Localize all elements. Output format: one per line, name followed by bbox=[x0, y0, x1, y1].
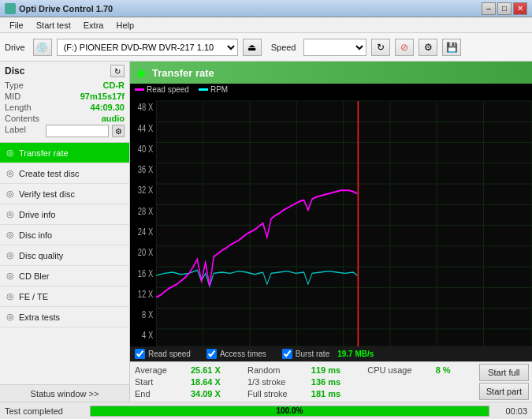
nav-drive-info-label: Drive info bbox=[19, 210, 55, 219]
nav-create-test-disc[interactable]: ◎ Create test disc bbox=[0, 163, 129, 184]
svg-text:4 X: 4 X bbox=[142, 330, 154, 341]
disc-length-key: Length bbox=[5, 103, 32, 112]
speed-select[interactable] bbox=[303, 39, 366, 56]
nav-transfer-rate[interactable]: ◎ Transfer rate bbox=[0, 143, 129, 163]
disc-section-title: Disc bbox=[5, 65, 24, 77]
nav-disc-quality-label: Disc quality bbox=[19, 251, 63, 260]
chart-header: ◉ Transfer rate bbox=[130, 62, 532, 84]
nav-fe-te[interactable]: ◎ FE / TE bbox=[0, 286, 129, 307]
progress-bar-container: 100.0% bbox=[90, 406, 489, 417]
maximize-button[interactable]: □ bbox=[497, 2, 512, 15]
nav-transfer-rate-label: Transfer rate bbox=[19, 148, 69, 158]
titlebar-left: Opti Drive Control 1.70 bbox=[5, 3, 113, 14]
disc-mid-value: 97m15s17f bbox=[80, 92, 125, 101]
status-text: Test completed bbox=[5, 406, 84, 416]
disc-mid-row: MID 97m15s17f bbox=[5, 92, 125, 101]
clear-button[interactable]: ⊘ bbox=[395, 39, 414, 56]
nav-fe-te-label: FE / TE bbox=[19, 292, 48, 301]
stat-end-key: End bbox=[135, 389, 191, 398]
refresh-speed-button[interactable]: ↻ bbox=[371, 39, 390, 56]
save-button[interactable]: 💾 bbox=[442, 39, 461, 56]
nav-extra-tests-label: Extra tests bbox=[19, 312, 60, 322]
chart-checkboxes: Read speed Access times Burst rate 19.7 … bbox=[130, 346, 532, 361]
disc-contents-key: Contents bbox=[5, 114, 39, 123]
read-speed-checkbox[interactable] bbox=[135, 349, 145, 359]
legend-rpm-label: RPM bbox=[210, 85, 228, 94]
verify-test-disc-icon: ◎ bbox=[6, 189, 14, 199]
legend-rpm: RPM bbox=[199, 85, 228, 94]
svg-text:32 X: 32 X bbox=[138, 185, 154, 196]
status-window-button[interactable]: Status window >> bbox=[0, 384, 129, 402]
stat-1-3stroke-val: 136 ms bbox=[311, 377, 367, 387]
svg-text:28 X: 28 X bbox=[138, 205, 154, 216]
burst-rate-checkbox-label: Burst rate bbox=[296, 350, 329, 358]
nav-disc-info-label: Disc info bbox=[19, 230, 52, 240]
stat-random-key: Random bbox=[247, 365, 311, 375]
svg-text:40 X: 40 X bbox=[138, 144, 154, 155]
disc-label-input[interactable] bbox=[46, 125, 109, 137]
create-test-disc-icon: ◎ bbox=[6, 168, 14, 178]
start-full-button[interactable]: Start full bbox=[479, 364, 529, 381]
check-access-times: Access times bbox=[206, 349, 266, 359]
disc-info-icon: ◎ bbox=[6, 230, 14, 240]
settings-button[interactable]: ⚙ bbox=[419, 39, 437, 56]
stat-average-val: 25.61 X bbox=[191, 365, 247, 375]
stats-grid: Average 25.61 X Random 119 ms CPU usage … bbox=[130, 362, 476, 402]
disc-quality-icon: ◎ bbox=[6, 250, 14, 260]
check-burst-rate: Burst rate 19.7 MB/s bbox=[282, 349, 374, 359]
disc-mid-key: MID bbox=[5, 92, 20, 101]
menu-extra[interactable]: Extra bbox=[77, 19, 110, 32]
drive-select[interactable]: (F:) PIONEER DVD-RW DVR-217 1.10 bbox=[57, 39, 238, 56]
chart-header-icon: ◉ bbox=[136, 66, 146, 79]
nav-disc-quality[interactable]: ◎ Disc quality bbox=[0, 245, 129, 266]
app-title: Opti Drive Control 1.70 bbox=[19, 4, 113, 13]
drive-label: Drive bbox=[5, 43, 25, 52]
stat-random-val: 119 ms bbox=[311, 365, 367, 375]
legend-read-speed-color bbox=[135, 88, 144, 91]
stat-start-val: 18.64 X bbox=[191, 377, 247, 387]
access-times-checkbox[interactable] bbox=[206, 349, 217, 359]
svg-text:36 X: 36 X bbox=[138, 164, 154, 175]
eject-button[interactable]: ⏏ bbox=[243, 39, 262, 56]
drive-icon-btn[interactable]: 💿 bbox=[33, 39, 52, 56]
stat-start-key: Start bbox=[135, 377, 191, 387]
menu-help[interactable]: Help bbox=[110, 19, 140, 32]
disc-section: Disc ↻ Type CD-R MID 97m15s17f Length 44… bbox=[0, 62, 129, 143]
svg-text:12 X: 12 X bbox=[138, 288, 154, 299]
disc-refresh-button[interactable]: ↻ bbox=[110, 65, 125, 77]
stat-fullstroke-key: Full stroke bbox=[247, 389, 311, 398]
disc-label-button[interactable]: ⚙ bbox=[112, 125, 125, 137]
burst-rate-checkbox[interactable] bbox=[282, 349, 292, 359]
titlebar-controls: – □ ✕ bbox=[482, 2, 527, 15]
menu-start-test[interactable]: Start test bbox=[30, 19, 77, 32]
disc-type-value: CD-R bbox=[103, 80, 125, 90]
svg-text:20 X: 20 X bbox=[138, 247, 154, 258]
read-speed-checkbox-label: Read speed bbox=[148, 350, 191, 358]
nav-extra-tests[interactable]: ◎ Extra tests bbox=[0, 307, 129, 327]
start-part-button[interactable]: Start part bbox=[479, 383, 529, 400]
chart-svg: 48 X 44 X 40 X 36 X 32 X 28 X 24 X 20 X … bbox=[130, 95, 532, 346]
right-panel: ◉ Transfer rate Read speed RPM bbox=[130, 62, 532, 402]
nav-items: ◎ Transfer rate ◎ Create test disc ◎ Ver… bbox=[0, 143, 129, 384]
nav-drive-info[interactable]: ◎ Drive info bbox=[0, 204, 129, 225]
stat-average-key: Average bbox=[135, 365, 191, 375]
fe-te-icon: ◎ bbox=[6, 291, 14, 301]
toolbar: Drive 💿 (F:) PIONEER DVD-RW DVR-217 1.10… bbox=[0, 33, 532, 62]
chart-legend: Read speed RPM bbox=[130, 84, 532, 95]
app-icon bbox=[5, 3, 16, 14]
main-area: Disc ↻ Type CD-R MID 97m15s17f Length 44… bbox=[0, 62, 532, 402]
svg-rect-13 bbox=[156, 101, 532, 346]
disc-label-key: Label bbox=[5, 125, 26, 137]
stat-end-val: 34.09 X bbox=[191, 389, 247, 398]
menu-file[interactable]: File bbox=[3, 19, 30, 32]
minimize-button[interactable]: – bbox=[482, 2, 496, 15]
nav-cd-bler-label: CD Bler bbox=[19, 271, 50, 281]
disc-contents-row: Contents audio bbox=[5, 114, 125, 123]
nav-disc-info[interactable]: ◎ Disc info bbox=[0, 225, 129, 245]
nav-verify-test-disc[interactable]: ◎ Verify test disc bbox=[0, 184, 129, 204]
chart-title: Transfer rate bbox=[152, 67, 214, 79]
disc-header: Disc ↻ bbox=[5, 65, 125, 77]
progress-text: 100.0% bbox=[91, 406, 489, 416]
nav-cd-bler[interactable]: ◎ CD Bler bbox=[0, 266, 129, 286]
close-button[interactable]: ✕ bbox=[513, 2, 527, 15]
